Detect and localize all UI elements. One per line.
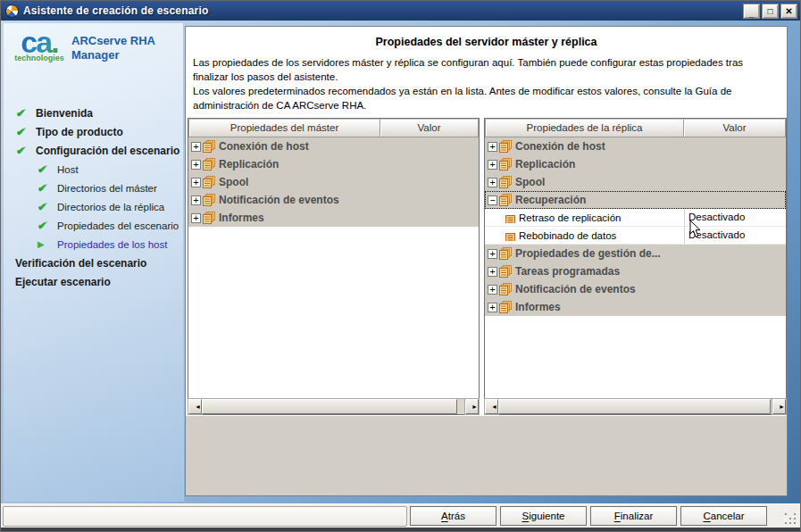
close-button[interactable]: ✕ <box>780 4 797 19</box>
property-row-informes[interactable]: +Informes <box>485 298 786 316</box>
expand-icon[interactable]: + <box>191 178 201 187</box>
property-row-conexi-n-de-host[interactable]: +Conexión de host <box>485 137 786 155</box>
property-row-notificaci-n-de-eventos[interactable]: +Notificación de eventos <box>485 280 786 298</box>
expand-icon[interactable]: + <box>488 303 497 312</box>
property-group-icon <box>499 283 513 295</box>
column-header-value[interactable]: Valor <box>683 119 786 137</box>
scroll-left-button[interactable]: ◄ <box>485 399 498 414</box>
scroll-right-button[interactable]: ► <box>772 399 786 414</box>
property-group-icon <box>499 247 513 260</box>
sidebar-step-propiedades-del-escenario[interactable]: ✔Propiedades del escenario <box>4 216 183 235</box>
cancel-button[interactable]: Cancelar <box>680 506 767 526</box>
sidebar-step-verificaci-n-del-escenario[interactable]: Verificación del escenario <box>4 254 183 272</box>
sidebar-step-host[interactable]: ✔Host <box>4 160 183 179</box>
sidebar-step-directorios-de-la-r-plica[interactable]: ✔Directorios de la réplica <box>4 197 183 216</box>
expand-icon[interactable]: + <box>488 249 497 259</box>
sidebar-step-bienvenida[interactable]: ✔Bienvenida <box>4 104 183 122</box>
maximize-button[interactable]: □ <box>762 4 779 19</box>
property-row-rebobinado-de-datos[interactable]: Rebobinado de datosDesactivado <box>485 227 786 245</box>
property-group-label: Informes <box>515 301 561 313</box>
property-name-cell: +Replicación <box>485 158 684 170</box>
scrollbar-thumb[interactable] <box>498 399 771 414</box>
property-value-cell[interactable]: Desactivado <box>684 227 786 244</box>
check-icon: ✔ <box>38 182 57 195</box>
bottom-band <box>186 416 787 495</box>
property-group-icon <box>499 140 513 153</box>
property-row-notificaci-n-de-eventos[interactable]: +Notificación de eventos <box>188 191 479 209</box>
master-properties-table: Propiedades del másterValor+Conexión de … <box>188 118 480 415</box>
property-row-recuperaci-n[interactable]: −Recuperación <box>485 191 786 209</box>
property-name-cell: +Spool <box>485 176 684 188</box>
property-row-retraso-de-replicaci-n[interactable]: Retraso de replicaciónDesactivado <box>485 209 786 227</box>
resize-grip[interactable] <box>785 513 796 524</box>
expand-icon[interactable]: + <box>191 213 201 223</box>
property-group-icon <box>203 194 216 206</box>
property-item-label: Rebobinado de datos <box>519 230 616 241</box>
expand-icon[interactable]: + <box>488 142 497 152</box>
expand-icon[interactable]: + <box>488 285 497 295</box>
scroll-left-button[interactable]: ◄ <box>188 399 202 414</box>
horizontal-scrollbar[interactable]: ◄► <box>485 398 786 414</box>
property-group-label: Replicación <box>219 158 279 170</box>
app-icon <box>5 4 19 18</box>
minimize-button[interactable]: _ <box>743 4 760 19</box>
property-name-cell: Retraso de replicación <box>485 212 684 223</box>
scroll-right-button[interactable]: ► <box>465 399 479 414</box>
table-body: +Conexión de host+Replicación+Spool+Noti… <box>188 137 479 398</box>
property-name-cell: Rebobinado de datos <box>485 230 684 241</box>
property-row-tareas-programadas[interactable]: +Tareas programadas <box>485 262 786 280</box>
property-row-replicaci-n[interactable]: +Replicación <box>485 155 786 173</box>
column-header-name[interactable]: Propiedades de la réplica <box>485 119 684 137</box>
expand-icon[interactable]: + <box>191 142 201 152</box>
property-group-icon <box>203 158 216 170</box>
check-icon: ✔ <box>38 220 57 232</box>
finish-button[interactable]: Finalizar <box>590 506 677 526</box>
property-group-label: Tareas programadas <box>515 265 620 278</box>
property-row-spool[interactable]: +Spool <box>188 173 479 191</box>
property-group-icon <box>499 194 513 206</box>
check-icon: ✔ <box>16 107 36 120</box>
expand-icon[interactable]: + <box>488 178 497 187</box>
column-header-value[interactable]: Valor <box>380 119 479 137</box>
sidebar-step-label: Propiedades de los host <box>57 239 167 250</box>
property-group-label: Notificación de eventos <box>515 283 636 295</box>
sidebar-step-configuraci-n-del-escenario[interactable]: ✔Configuración del escenario <box>4 141 183 160</box>
table-header: Propiedades de la réplicaValor <box>485 119 786 137</box>
property-group-label: Notificación de eventos <box>219 194 339 206</box>
expand-icon[interactable]: + <box>191 195 201 205</box>
property-item-icon <box>505 230 516 240</box>
property-group-label: Recuperación <box>515 194 586 206</box>
property-name-cell: +Notificación de eventos <box>188 194 380 206</box>
property-name-cell: +Spool <box>188 176 380 188</box>
sidebar-step-tipo-de-producto[interactable]: ✔Tipo de producto <box>4 122 183 141</box>
sidebar-step-label: Propiedades del escenario <box>57 220 179 231</box>
next-button[interactable]: Siguiente <box>500 506 587 526</box>
collapse-icon[interactable]: − <box>488 195 497 205</box>
expand-icon[interactable]: + <box>488 160 497 170</box>
scrollbar-thumb[interactable] <box>202 399 457 414</box>
window-body: ca. technologies ARCserve RHA Manager ✔B… <box>1 21 800 503</box>
property-row-replicaci-n[interactable]: +Replicación <box>188 155 479 173</box>
sidebar-step-ejecutar-escenario[interactable]: Ejecutar escenario <box>4 272 183 291</box>
property-group-label: Propiedades de gestión de... <box>515 247 661 260</box>
expand-icon[interactable]: + <box>191 160 201 170</box>
property-row-propiedades-de-gesti-n-de-[interactable]: +Propiedades de gestión de... <box>485 245 786 262</box>
sidebar-step-directorios-del-m-ster[interactable]: ✔Directorios del máster <box>4 179 183 197</box>
property-row-informes[interactable]: +Informes <box>188 209 479 227</box>
property-row-conexi-n-de-host[interactable]: +Conexión de host <box>188 137 479 155</box>
sidebar-step-propiedades-de-los-host[interactable]: ▶Propiedades de los host <box>4 235 183 254</box>
property-group-label: Conexión de host <box>515 140 605 153</box>
window-title: Asistente de creación de escenario <box>23 4 743 17</box>
ca-logo-text: ca. <box>14 29 64 55</box>
property-row-spool[interactable]: +Spool <box>485 173 786 191</box>
expand-icon[interactable]: + <box>488 267 497 277</box>
property-value-cell[interactable]: Desactivado <box>684 209 786 226</box>
product-name: ARCserve RHA Manager <box>71 34 155 62</box>
horizontal-scrollbar[interactable]: ◄► <box>188 398 479 414</box>
property-group-icon <box>203 212 216 224</box>
property-group-label: Replicación <box>515 158 575 170</box>
ca-logo-subtext: technologies <box>14 54 64 62</box>
column-header-name[interactable]: Propiedades del máster <box>188 119 380 137</box>
back-button[interactable]: Atrás <box>410 506 496 526</box>
property-name-cell: +Conexión de host <box>188 140 380 153</box>
